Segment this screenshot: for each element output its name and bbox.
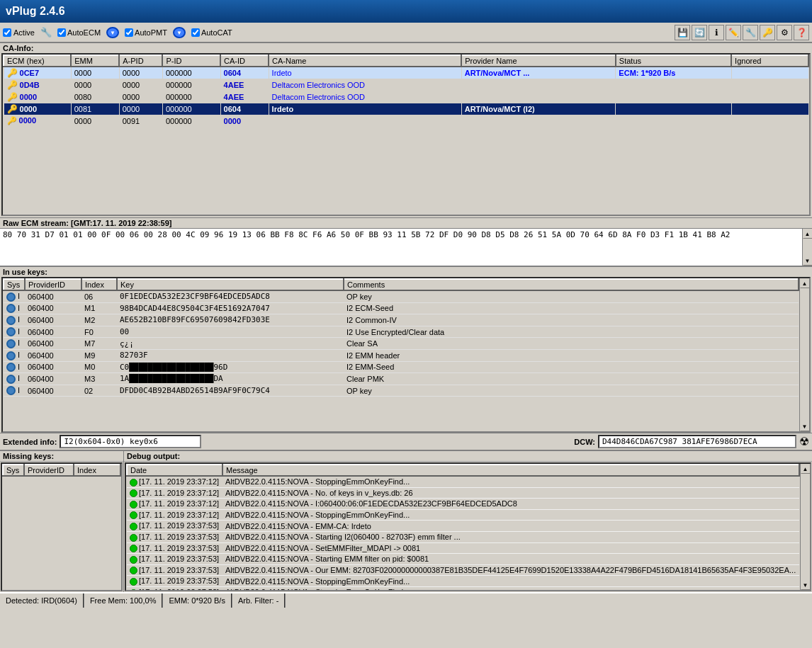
debug-scroll-down[interactable]: ▼ [801, 580, 811, 590]
raw-ecm-scrollbar[interactable]: ▲ ▼ [802, 229, 812, 266]
scroll-down-arrow[interactable]: ▼ [803, 256, 813, 266]
col-ecm-hex: ECM (hex) [4, 55, 71, 67]
cell-pid: 000000 [162, 79, 220, 91]
debug-date: [17. 11. 2019 23:37:12] [127, 509, 222, 521]
keys-col-sys: Sys [4, 279, 25, 290]
list-item[interactable]: I 060400 M0 C0██████████████████96D I2 E… [4, 361, 799, 373]
gear-icon [6, 316, 16, 325]
arb-filter-segment: Arb. Filter: - [232, 593, 286, 608]
list-item[interactable]: I 060400 M2 AE652B210BF89FC69507609842FD… [4, 314, 799, 326]
cell-caname: Deltacom Electronics OOD [269, 91, 461, 103]
list-item: [17. 11. 2019 23:37:53] AltDVB22.0.4115:… [127, 542, 799, 554]
scroll-up-arrow[interactable]: ▲ [803, 229, 813, 239]
radiation-icon: ☢ [799, 435, 809, 448]
debug-scroll-up[interactable]: ▲ [801, 464, 811, 474]
autopmt-checkbox[interactable] [125, 28, 133, 37]
keys-scroll-up[interactable]: ▲ [800, 278, 810, 288]
autocat-checkbox[interactable] [191, 28, 200, 37]
col-emm: EMM [71, 55, 119, 67]
key-key: 1A██████████████████DA [117, 373, 344, 385]
key-key: AE652B210BF89FC69507609842FD303E [117, 314, 344, 326]
key-index: 06 [81, 290, 117, 302]
table-row[interactable]: 🔑 0000 0000 0091 000000 0000 [4, 115, 808, 127]
table-row[interactable]: 🔑 0000 0080 0000 000000 4AEE Deltacom El… [4, 91, 808, 103]
table-row[interactable]: 🔑 0D4B 0000 0000 000000 4AEE Deltacom El… [4, 79, 808, 91]
toolbar: Active 🔧 AutoECM ▼ AutoPMT ▼ AutoCAT 💾 🔄… [0, 23, 812, 42]
debug-date: [17. 11. 2019 23:37:53] [127, 554, 222, 565]
toolbar-filter-btn[interactable]: 🔧 [743, 25, 758, 40]
list-item: [17. 11. 2019 23:37:53] AltDVB22.0.4115:… [127, 586, 799, 590]
toolbar-icon-wrench: 🔧 [40, 27, 52, 38]
cell-status [616, 115, 731, 127]
ca-panel: ECM (hex) EMM A-PID P-ID CA-ID CA-Name P… [1, 53, 811, 216]
debug-date: [17. 11. 2019 23:37:53] [127, 586, 222, 590]
cell-caid: 0604 [220, 103, 269, 115]
cell-ignored [731, 91, 808, 103]
key-comment: I2 Use Encrypted/Clear data [344, 326, 799, 338]
cell-emm: 0000 [71, 67, 119, 79]
active-checkbox[interactable] [3, 28, 11, 37]
debug-date: [17. 11. 2019 23:37:53] [127, 531, 222, 542]
debug-label: Debug output: [124, 451, 812, 462]
key-comment: Clear SA [344, 338, 799, 350]
extended-info-label: Extended info: [3, 438, 57, 446]
toolbar-edit-btn[interactable]: ✏️ [726, 25, 741, 40]
list-item[interactable]: I 060400 06 0F1EDECDA532E23CF9BF64EDCED5… [4, 290, 799, 302]
col-pid: P-ID [162, 55, 220, 67]
emm-segment: EMM: 0*920 B/s [163, 593, 232, 608]
list-item[interactable]: I 060400 F0 00 I2 Use Encrypted/Clear da… [4, 326, 799, 338]
cell-apid: 0000 [119, 79, 162, 91]
keys-col-key: Key [117, 279, 344, 290]
key-sys: I [4, 302, 25, 314]
autoecm-checkbox[interactable] [57, 28, 66, 37]
key-provider: 060400 [25, 314, 81, 326]
keys-section-label: In use keys: [0, 266, 812, 277]
debug-date: [17. 11. 2019 23:37:53] [127, 521, 222, 532]
key-key: C0██████████████████96D [117, 361, 344, 373]
debug-date: [17. 11. 2019 23:37:12] [127, 487, 222, 499]
toolbar-reload-btn[interactable]: 🔄 [692, 25, 707, 40]
icon-circle-green [130, 578, 137, 586]
debug-message: AltDVB22.0.4115:NOVA - StoppingEmmOnKeyF… [222, 476, 799, 487]
missing-keys-table: Sys ProviderID Index [2, 464, 121, 477]
icon-circle-green [130, 501, 137, 508]
list-item: [17. 11. 2019 23:37:53] AltDVB22.0.4115:… [127, 576, 799, 587]
debug-message: AltDVB22.0.4115:NOVA - Starting EMM filt… [222, 554, 799, 565]
list-item: [17. 11. 2019 23:37:12] AltDVB22.0.4115:… [127, 509, 799, 521]
key-index: M2 [81, 314, 117, 326]
table-row[interactable]: 🔑 0CE7 0000 0000 000000 0604 Irdeto ART/… [4, 67, 808, 79]
cell-ignored [731, 103, 808, 115]
icon-circle-green [130, 567, 137, 574]
cell-caname [269, 115, 461, 127]
cell-provider [461, 79, 616, 91]
toolbar-key-btn[interactable]: 🔑 [760, 25, 775, 40]
bottom-section: Missing keys: Sys ProviderID Index Debug… [0, 450, 812, 592]
list-item[interactable]: I 060400 M9 82703F I2 EMM header [4, 349, 799, 361]
keys-scroll-down[interactable]: ▼ [800, 421, 810, 431]
cell-caid: 4AEE [220, 91, 269, 103]
icon-circle-green [130, 545, 137, 552]
dcw-value: D44D846CDA67C987 381AFE76986D7ECA [598, 435, 796, 448]
keys-col-index: Index [81, 279, 117, 290]
list-item: [17. 11. 2019 23:37:53] AltDVB22.0.4115:… [127, 531, 799, 542]
table-row[interactable]: 🔑 0000 0081 0000 000000 0604 Irdeto ART/… [4, 103, 808, 115]
keys-col-comments: Comments [344, 279, 799, 290]
debug-scrollbar[interactable]: ▲ ▼ [800, 464, 810, 590]
keys-scrollbar[interactable]: ▲ ▼ [799, 278, 809, 431]
toolbar-save-btn[interactable]: 💾 [675, 25, 690, 40]
toolbar-info-btn[interactable]: ℹ [709, 25, 724, 40]
list-item[interactable]: I 060400 M3 1A██████████████████DA Clear… [4, 373, 799, 385]
key-index: M1 [81, 302, 117, 314]
toolbar-help-btn[interactable]: ❓ [794, 25, 809, 40]
list-item[interactable]: I 060400 M7 ç¿¡ Clear SA [4, 338, 799, 350]
autoecm-label: AutoECM [67, 28, 101, 37]
gear-icon [6, 351, 16, 360]
toolbar-settings-btn[interactable]: ⚙ [777, 25, 792, 40]
list-item[interactable]: I 060400 M1 98B4DCAD44E8C9504C3F4E51692A… [4, 302, 799, 314]
list-item[interactable]: I 060400 02 DFDD0C4B92B4ABD26514B9AF9F0C… [4, 385, 799, 397]
key-index: M9 [81, 349, 117, 361]
cell-pid: 000000 [162, 115, 220, 127]
cell-apid: 0091 [119, 115, 162, 127]
gear-icon [6, 292, 16, 302]
raw-ecm-data: 80 70 31 D7 01 01 00 0F 00 06 00 28 00 4… [0, 229, 802, 266]
